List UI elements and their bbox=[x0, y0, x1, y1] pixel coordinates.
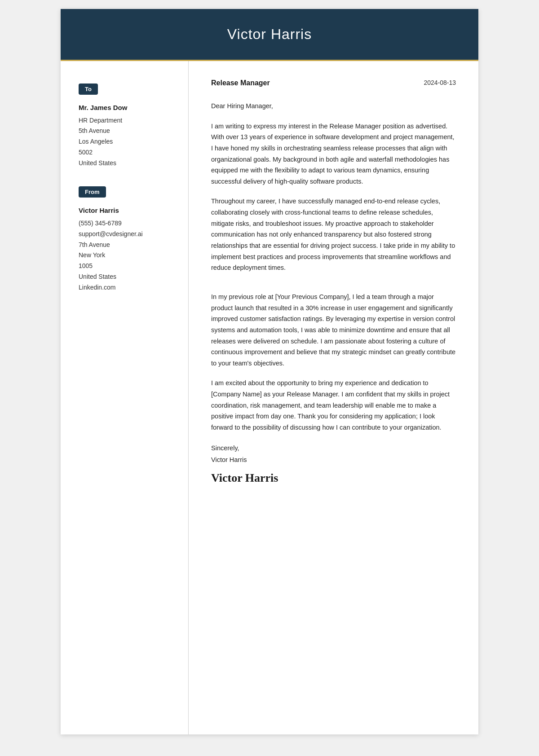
recipient-department: HR Department bbox=[79, 115, 175, 126]
paragraph1: I am writing to express my interest in t… bbox=[211, 121, 456, 187]
paragraph3: In my previous role at [Your Previous Co… bbox=[211, 291, 456, 369]
sender-phone: (555) 345-6789 bbox=[79, 218, 175, 229]
letter-body: Dear Hiring Manager, I am writing to exp… bbox=[211, 101, 456, 488]
recipient-country: United States bbox=[79, 158, 175, 169]
from-section: From Victor Harris (555) 345-6789 suppor… bbox=[79, 186, 175, 293]
to-badge: To bbox=[79, 84, 98, 95]
letter-date: 2024-08-13 bbox=[424, 79, 456, 86]
letter-header: Release Manager 2024-08-13 bbox=[211, 79, 456, 87]
sender-email: support@cvdesigner.ai bbox=[79, 229, 175, 240]
sidebar: To Mr. James Dow HR Department 5th Avenu… bbox=[61, 61, 189, 734]
recipient-street: 5th Avenue bbox=[79, 126, 175, 136]
recipient-name: Mr. James Dow bbox=[79, 102, 175, 114]
job-title: Release Manager bbox=[211, 79, 270, 87]
sender-street: 7th Avenue bbox=[79, 240, 175, 251]
sender-name: Victor Harris bbox=[79, 205, 175, 216]
recipient-zip: 5002 bbox=[79, 147, 175, 158]
body-area: To Mr. James Dow HR Department 5th Avenu… bbox=[61, 61, 478, 734]
page: Victor Harris To Mr. James Dow HR Depart… bbox=[61, 9, 478, 734]
from-badge: From bbox=[79, 186, 106, 198]
sender-country: United States bbox=[79, 272, 175, 282]
paragraph4: I am excited about the opportunity to br… bbox=[211, 378, 456, 433]
recipient-city: Los Angeles bbox=[79, 136, 175, 147]
header-name: Victor Harris bbox=[79, 26, 460, 43]
salutation: Dear Hiring Manager, bbox=[211, 101, 456, 112]
to-section: To Mr. James Dow HR Department 5th Avenu… bbox=[79, 84, 175, 168]
paragraph2: Throughout my career, I have successfull… bbox=[211, 196, 456, 273]
sender-zip: 1005 bbox=[79, 261, 175, 272]
sender-website: Linkedin.com bbox=[79, 282, 175, 293]
signature-name: Victor Harris bbox=[211, 468, 456, 488]
signature-block: Sincerely, Victor Harris Victor Harris bbox=[211, 442, 456, 488]
closing: Sincerely, bbox=[211, 444, 239, 452]
closing-name: Victor Harris bbox=[211, 456, 247, 463]
closing-text: Sincerely, Victor Harris bbox=[211, 442, 456, 466]
header: Victor Harris bbox=[61, 9, 478, 60]
main-content: Release Manager 2024-08-13 Dear Hiring M… bbox=[189, 61, 478, 734]
sender-city: New York bbox=[79, 250, 175, 261]
